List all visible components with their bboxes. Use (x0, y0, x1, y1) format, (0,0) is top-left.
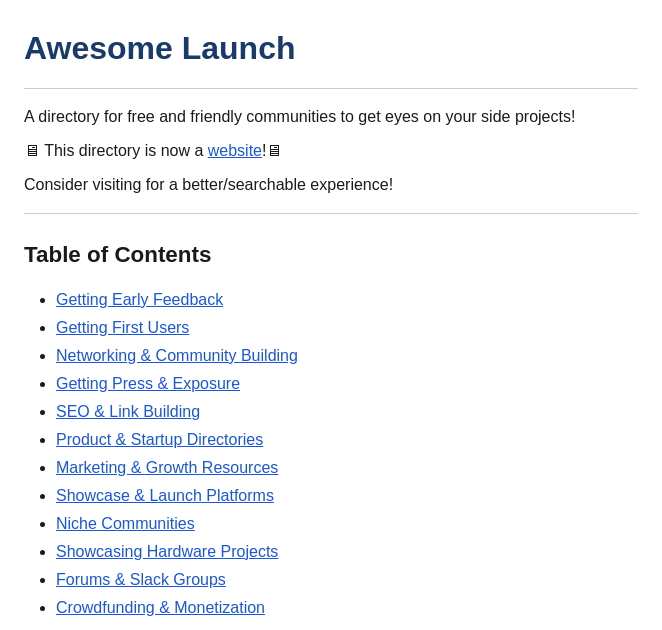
description-text: A directory for free and friendly commun… (24, 105, 638, 129)
toc-link[interactable]: Networking & Community Building (56, 347, 298, 364)
toc-link[interactable]: Getting Press & Exposure (56, 375, 240, 392)
toc-link[interactable]: Showcase & Launch Platforms (56, 487, 274, 504)
toc-link[interactable]: Niche Communities (56, 515, 195, 532)
consider-notice: Consider visiting for a better/searchabl… (24, 173, 638, 197)
toc-list-item: Forums & Slack Groups (56, 568, 638, 592)
toc-link[interactable]: Forums & Slack Groups (56, 571, 226, 588)
toc-list-item: Networking & Community Building (56, 344, 638, 368)
toc-link[interactable]: Showcasing Hardware Projects (56, 543, 278, 560)
toc-list-item: Getting First Users (56, 316, 638, 340)
toc-list-item: SEO & Link Building (56, 400, 638, 424)
toc-list-item: Showcase & Launch Platforms (56, 484, 638, 508)
toc-list-item: Crowdfunding & Monetization (56, 596, 638, 620)
toc-list-item: Showcasing Hardware Projects (56, 540, 638, 564)
website-link[interactable]: website (208, 142, 262, 159)
toc-link[interactable]: Getting First Users (56, 319, 189, 336)
toc-list: Getting Early FeedbackGetting First User… (24, 288, 638, 620)
toc-link[interactable]: Getting Early Feedback (56, 291, 223, 308)
toc-title: Table of Contents (24, 238, 638, 272)
toc-list-item: Niche Communities (56, 512, 638, 536)
website-notice: 🖥 This directory is now a website!🖥 (24, 139, 638, 163)
divider-bottom (24, 213, 638, 214)
website-notice-suffix: !🖥 (262, 142, 282, 159)
toc-list-item: Getting Early Feedback (56, 288, 638, 312)
toc-list-item: Product & Startup Directories (56, 428, 638, 452)
website-notice-prefix: 🖥 This directory is now a (24, 142, 208, 159)
toc-link[interactable]: Crowdfunding & Monetization (56, 599, 265, 616)
toc-link[interactable]: Product & Startup Directories (56, 431, 263, 448)
toc-link[interactable]: Marketing & Growth Resources (56, 459, 278, 476)
toc-link[interactable]: SEO & Link Building (56, 403, 200, 420)
toc-list-item: Getting Press & Exposure (56, 372, 638, 396)
toc-list-item: Marketing & Growth Resources (56, 456, 638, 480)
page-title: Awesome Launch (24, 24, 638, 72)
divider-top (24, 88, 638, 89)
